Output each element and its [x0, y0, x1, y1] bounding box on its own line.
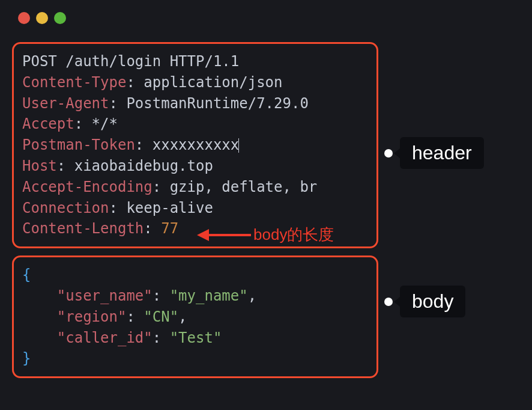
json-key: "user_name": [57, 287, 153, 304]
header-name: Accept-Encoding: [22, 179, 153, 195]
arrow-icon: [197, 229, 251, 241]
callout-header-label: header: [400, 137, 484, 169]
header-line: Content-Type: application/json: [22, 72, 368, 93]
header-value: 77: [161, 220, 178, 237]
maximize-icon[interactable]: [54, 12, 66, 24]
header-name: Host: [22, 158, 57, 174]
callout-body: body: [384, 286, 465, 317]
json-value: "my_name": [170, 287, 248, 304]
brace-open: {: [22, 266, 31, 283]
header-line: Host: xiaobaidebug.top: [22, 156, 368, 177]
callout-body-label: body: [400, 286, 465, 317]
json-value: "Test": [170, 329, 222, 346]
header-line: User-Agent: PostmanRuntime/7.29.0: [22, 93, 368, 114]
header-value: xiaobaidebug.top: [74, 158, 213, 174]
header-value: application/json: [144, 74, 282, 91]
brace-close: }: [22, 350, 31, 367]
close-icon[interactable]: [18, 12, 30, 24]
callout-header: header: [384, 137, 484, 169]
window-controls: [12, 12, 520, 24]
header-value: xxxxxxxxxx: [153, 136, 240, 153]
header-name: Content-Length: [22, 220, 144, 237]
header-name: Connection: [22, 200, 109, 216]
minimize-icon[interactable]: [36, 12, 48, 24]
header-name: Content-Type: [22, 74, 126, 91]
json-value: "CN": [144, 308, 178, 325]
header-line: Accept: */*: [22, 114, 368, 135]
header-value: */*: [92, 115, 118, 132]
body-line: "caller_id": "Test": [22, 328, 368, 349]
body-line: "region": "CN",: [22, 307, 368, 328]
content-length-annotation: body的长度: [197, 224, 334, 245]
json-key: "caller_id": [57, 329, 153, 346]
header-value: PostmanRuntime/7.29.0: [126, 95, 308, 112]
header-line: Postman-Token: xxxxxxxxxx: [22, 135, 368, 156]
text-cursor: [238, 138, 239, 153]
json-key: "region": [57, 308, 127, 325]
callout-dot-icon: [384, 149, 393, 158]
body-line: "user_name": "my_name",: [22, 286, 368, 307]
header-name: User-Agent: [22, 95, 109, 112]
header-value: keep-alive: [126, 200, 213, 216]
header-name: Postman-Token: [22, 136, 135, 153]
body-box: { "user_name": "my_name", "region": "CN"…: [12, 255, 378, 378]
header-value: gzip, deflate, br: [170, 179, 318, 195]
header-name: Accept: [22, 115, 74, 132]
callout-dot-icon: [384, 298, 393, 306]
header-box: POST /auth/login HTTP/1.1 Content-Type: …: [12, 42, 378, 248]
request-line: POST /auth/login HTTP/1.1: [22, 51, 368, 72]
annotation-text: body的长度: [253, 224, 334, 245]
header-line: Accept-Encoding: gzip, deflate, br: [22, 177, 368, 198]
header-line: Connection: keep-alive: [22, 198, 368, 219]
